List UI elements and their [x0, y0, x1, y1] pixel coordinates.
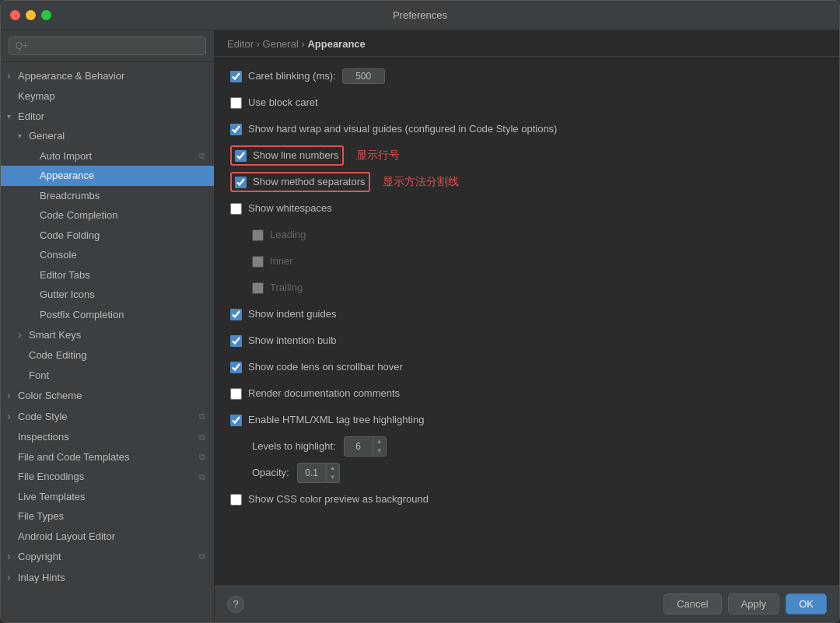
render-doc-comments-row: Render documentation comments [230, 383, 824, 404]
sidebar-item-label: Code Style [18, 409, 68, 425]
dialog-footer: ? Cancel Apply OK [215, 585, 839, 622]
sidebar-item-code-style[interactable]: Code Style ⧉ [1, 406, 214, 427]
sidebar-item-code-completion[interactable]: Code Completion [1, 205, 214, 226]
sidebar-item-android-layout-editor[interactable]: Android Layout Editor [1, 527, 214, 547]
show-indent-guides-checkbox[interactable] [230, 309, 242, 320]
sidebar-item-label: Postfix Completion [40, 307, 124, 323]
search-input[interactable] [9, 37, 206, 55]
caret-blinking-label: Caret blinking (ms): [248, 69, 336, 83]
sidebar-item-label: Editor [18, 109, 44, 124]
apply-button[interactable]: Apply [728, 593, 780, 614]
show-line-numbers-label: Show line numbers [253, 149, 339, 163]
caret-blinking-checkbox[interactable] [230, 71, 242, 82]
sidebar-item-copyright[interactable]: Copyright ⧉ [1, 546, 214, 567]
sidebar-item-editor-tabs[interactable]: Editor Tabs [1, 265, 214, 285]
titlebar: Preferences [1, 1, 839, 30]
inner-checkbox[interactable] [252, 256, 264, 268]
spinner-down-button[interactable]: ▼ [373, 446, 386, 456]
trailing-checkbox[interactable] [252, 282, 264, 294]
sidebar-item-auto-import[interactable]: Auto Import ⧉ [1, 146, 214, 166]
breadcrumb-sep1: › [257, 38, 263, 50]
sidebar-item-label: Live Templates [18, 489, 85, 505]
ok-button[interactable]: OK [786, 593, 827, 614]
sidebar-item-file-code-templates[interactable]: File and Code Templates ⧉ [1, 447, 214, 467]
enable-html-xml-checkbox[interactable] [230, 415, 242, 426]
spinner-up-button[interactable]: ▲ [373, 437, 386, 446]
minimize-button[interactable] [26, 10, 36, 20]
sidebar-item-gutter-icons[interactable]: Gutter Icons [1, 285, 214, 305]
enable-html-xml-label: Enable HTML/XML tag tree highlighting [248, 413, 424, 427]
sidebar-item-file-types[interactable]: File Types [1, 506, 214, 527]
use-block-caret-checkbox[interactable] [230, 97, 242, 109]
help-button[interactable]: ? [227, 596, 244, 613]
sidebar-item-label: Color Scheme [18, 388, 82, 404]
opacity-up-button[interactable]: ▲ [327, 464, 339, 473]
sidebar-item-general[interactable]: General [1, 126, 214, 146]
show-hard-wrap-checkbox[interactable] [230, 124, 242, 135]
sidebar-item-label: General [29, 128, 65, 144]
show-css-preview-checkbox[interactable] [230, 494, 242, 506]
sidebar-item-label: File Types [18, 509, 64, 524]
show-intention-bulb-checkbox[interactable] [230, 335, 242, 347]
search-box [1, 30, 214, 62]
sidebar-item-font[interactable]: Font [1, 366, 214, 386]
caret-blinking-row: Caret blinking (ms): [230, 66, 824, 86]
show-line-numbers-row: Show line numbers 显示行号 [230, 145, 824, 166]
show-line-numbers-highlight: Show line numbers [230, 145, 344, 166]
leading-label: Leading [270, 228, 306, 242]
sidebar-item-breadcrumbs[interactable]: Breadcrumbs [1, 186, 214, 206]
sidebar-item-code-folding[interactable]: Code Folding [1, 226, 214, 246]
sidebar-item-editor[interactable]: Editor [1, 107, 214, 127]
sidebar-item-appearance-behavior[interactable]: Appearance & Behavior [1, 65, 214, 86]
settings-content: Caret blinking (ms): Use block caret Sho… [215, 57, 839, 585]
arrow-icon [7, 110, 18, 122]
render-doc-comments-checkbox[interactable] [230, 388, 242, 400]
sidebar-item-console[interactable]: Console [1, 245, 214, 265]
sidebar: Appearance & Behavior Keymap Editor Gene… [1, 30, 215, 622]
sidebar-item-postfix-completion[interactable]: Postfix Completion [1, 305, 214, 325]
maximize-button[interactable] [41, 10, 51, 20]
sidebar-item-code-editing[interactable]: Code Editing [1, 345, 214, 366]
sidebar-item-file-encodings[interactable]: File Encodings ⧉ [1, 467, 214, 487]
spinner-buttons: ▲ ▼ [373, 437, 386, 456]
breadcrumb-general: General [263, 38, 299, 50]
sidebar-item-appearance[interactable]: Appearance [1, 166, 214, 186]
sidebar-item-color-scheme[interactable]: Color Scheme [1, 385, 214, 406]
main-panel: Editor › General › Appearance Caret blin… [215, 30, 839, 622]
show-method-separators-checkbox[interactable] [235, 177, 247, 188]
close-button[interactable] [10, 10, 20, 20]
show-intention-bulb-label: Show intention bulb [248, 334, 336, 348]
trailing-label: Trailing [270, 281, 303, 295]
inner-row: Inner [230, 251, 824, 271]
show-line-numbers-checkbox[interactable] [235, 150, 247, 162]
show-whitespaces-label: Show whitespaces [248, 201, 332, 215]
levels-to-highlight-row: Levels to highlight: 6 ▲ ▼ [230, 436, 824, 457]
arrow-icon [7, 387, 18, 404]
show-whitespaces-checkbox[interactable] [230, 203, 242, 215]
caret-blinking-input[interactable] [342, 68, 385, 84]
arrow-icon [7, 408, 18, 425]
sidebar-item-inspections[interactable]: Inspections ⧉ [1, 427, 214, 447]
inner-label: Inner [270, 254, 293, 268]
dialog-content: Appearance & Behavior Keymap Editor Gene… [1, 30, 839, 622]
sidebar-item-live-templates[interactable]: Live Templates [1, 487, 214, 507]
copy-icon: ⧉ [197, 411, 208, 422]
sidebar-item-inlay-hints[interactable]: Inlay Hints [1, 567, 214, 588]
sidebar-item-label: Editor Tabs [40, 268, 90, 283]
breadcrumb-editor: Editor [227, 38, 254, 50]
use-block-caret-row: Use block caret [230, 93, 824, 113]
show-code-lens-checkbox[interactable] [230, 362, 242, 373]
leading-checkbox[interactable] [252, 229, 264, 241]
sidebar-item-label: Keymap [18, 89, 55, 104]
sidebar-item-keymap[interactable]: Keymap [1, 86, 214, 107]
copy-icon: ⧉ [197, 432, 208, 443]
sidebar-item-label: Code Completion [40, 208, 117, 223]
arrow-icon [7, 569, 18, 586]
sidebar-item-label: Code Editing [29, 348, 86, 363]
sidebar-item-label: Console [40, 247, 77, 263]
cancel-button[interactable]: Cancel [663, 593, 721, 614]
opacity-down-button[interactable]: ▼ [327, 473, 339, 482]
sidebar-item-label: Android Layout Editor [18, 529, 115, 544]
window-controls [10, 10, 51, 20]
sidebar-item-smart-keys[interactable]: Smart Keys [1, 324, 214, 345]
